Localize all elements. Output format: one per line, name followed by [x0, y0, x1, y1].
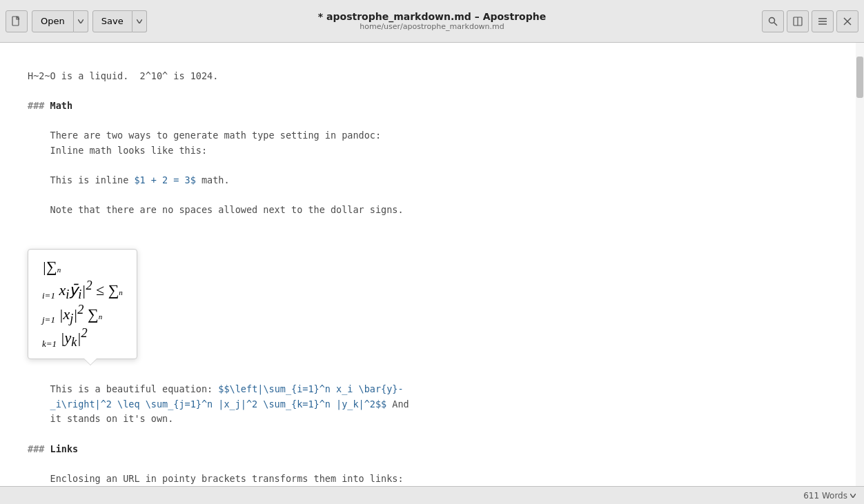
window-title: * apostrophe_markdown.md – Apostrophe	[318, 11, 546, 22]
statusbar: 611 Words	[0, 486, 864, 504]
word-count[interactable]: 611 Words	[803, 491, 856, 501]
layout-icon	[793, 17, 803, 26]
new-file-icon	[12, 16, 21, 27]
equation-text: This is a beautiful equation: $$\left|\s…	[28, 383, 409, 424]
save-button[interactable]: Save	[92, 10, 132, 32]
editor-content[interactable]: H~2~O is a liquid. 2^10^ is 1024. ### Ma…	[0, 43, 864, 243]
heading-math: ### Math	[28, 100, 72, 111]
word-count-dropdown-icon	[850, 494, 856, 498]
math-popup: |∑ni=1 xiȳi|2 ≤ ∑nj=1 |xj|2 ∑nk=1 |yk|2	[28, 249, 137, 359]
para-links: Enclosing an URL in pointy brackets tran…	[50, 473, 404, 484]
close-button[interactable]	[836, 10, 858, 32]
editor-content-below[interactable]: This is a beautiful equation: $$\left|\s…	[0, 365, 864, 486]
svg-line-3	[774, 22, 778, 26]
scrollbar-thumb[interactable]	[856, 57, 863, 98]
para-math-1: There are two ways to generate math type…	[28, 130, 381, 156]
open-button[interactable]: Open	[32, 10, 74, 32]
titlebar-right-buttons	[762, 10, 858, 32]
scrollbar[interactable]	[856, 43, 864, 486]
para-no-spaces: Note that there are no spaces allowed ne…	[50, 204, 404, 215]
file-path: home/user/apostrophe_markdown.md	[318, 22, 546, 31]
menu-button[interactable]	[812, 10, 834, 32]
menu-icon	[818, 17, 827, 26]
open-dropdown-icon	[78, 19, 84, 23]
save-group: Save	[92, 10, 147, 32]
save-label: Save	[101, 16, 124, 26]
save-dropdown-icon	[137, 19, 142, 23]
heading-links: ### Links	[28, 443, 78, 454]
titlebar-center: * apostrophe_markdown.md – Apostrophe ho…	[318, 11, 546, 31]
layout-button[interactable]	[787, 10, 809, 32]
new-file-button[interactable]	[6, 10, 28, 32]
search-button[interactable]	[762, 10, 784, 32]
close-icon	[843, 17, 852, 26]
math-formula: |∑ni=1 xiȳi|2 ≤ ∑nj=1 |xj|2 ∑nk=1 |yk|2	[42, 258, 123, 346]
svg-point-2	[769, 17, 775, 23]
editor-area[interactable]: H~2~O is a liquid. 2^10^ is 1024. ### Ma…	[0, 43, 864, 486]
open-label: Open	[41, 16, 65, 26]
save-dropdown-button[interactable]	[132, 10, 147, 32]
para-inline-math: This is inline $1 + 2 = 3$ math.	[50, 174, 230, 185]
titlebar-left-buttons: Open Save	[6, 10, 151, 32]
search-icon	[768, 17, 778, 26]
open-dropdown-button[interactable]	[74, 10, 88, 32]
line-h2o: H~2~O is a liquid. 2^10^ is 1024.	[28, 70, 218, 81]
titlebar: Open Save * apostrophe_markdown.md – Apo…	[0, 0, 864, 43]
word-count-label: 611 Words	[803, 491, 847, 501]
open-group: Open	[32, 10, 88, 32]
